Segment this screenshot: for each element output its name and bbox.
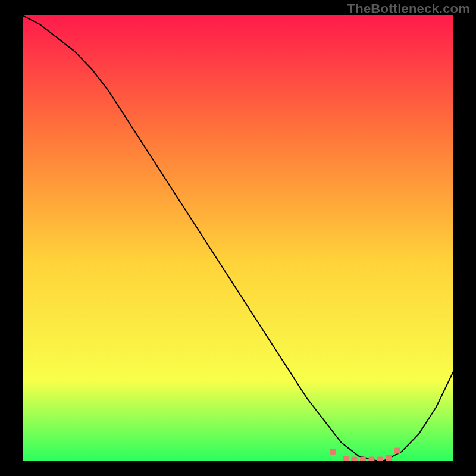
plot-area [23,15,453,461]
gradient-background [23,15,453,461]
chart-frame: TheBottleneck.com [0,0,476,476]
bottleneck-chart [23,15,453,461]
watermark-text: TheBottleneck.com [347,1,470,17]
flat-zone-marker [351,457,357,461]
flat-zone-marker [330,449,336,455]
flat-zone-marker [386,455,392,461]
flat-zone-marker [360,457,366,461]
flat-zone-marker [394,448,400,454]
flat-zone-marker [343,456,349,461]
flat-zone-marker [368,457,374,461]
flat-zone-marker [377,457,383,461]
